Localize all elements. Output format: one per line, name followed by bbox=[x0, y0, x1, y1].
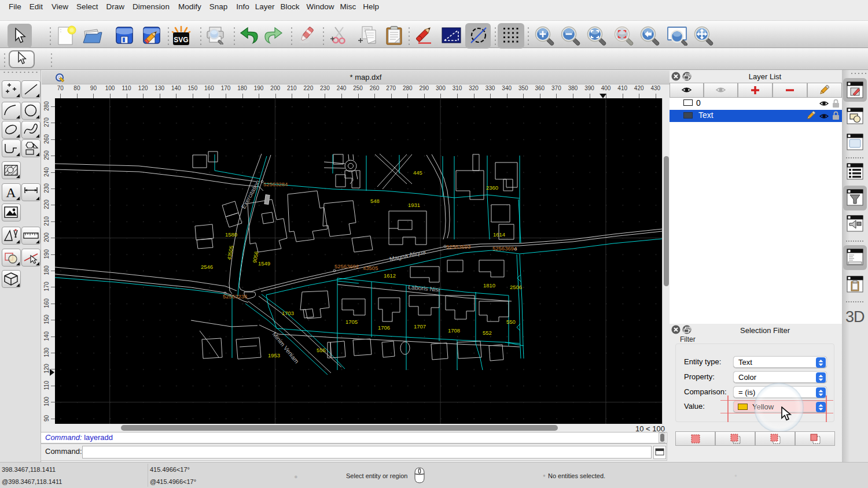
svg-text:1612: 1612 bbox=[384, 272, 396, 279]
svg-text:52563284: 52563284 bbox=[263, 181, 288, 187]
svg-text:43505: 43505 bbox=[363, 265, 378, 271]
svg-text:SVG: SVG bbox=[174, 36, 188, 44]
svg-text:1705: 1705 bbox=[345, 319, 358, 325]
svg-text:1614: 1614 bbox=[493, 231, 505, 238]
svg-text:52563692: 52563692 bbox=[334, 263, 359, 269]
svg-text:550: 550 bbox=[506, 319, 516, 325]
svg-text:52563693: 52563693 bbox=[446, 243, 470, 250]
svg-text:548: 548 bbox=[370, 198, 380, 204]
svg-text:1706: 1706 bbox=[378, 324, 390, 331]
svg-text:1549: 1549 bbox=[258, 260, 270, 267]
svg-text:2506: 2506 bbox=[510, 284, 522, 290]
svg-text:1703: 1703 bbox=[282, 310, 294, 316]
svg-text:1810: 1810 bbox=[483, 282, 495, 289]
svg-text:52563236: 52563236 bbox=[223, 293, 247, 300]
svg-text:1708: 1708 bbox=[448, 327, 460, 334]
svg-text:1707: 1707 bbox=[414, 323, 426, 330]
svg-text:52563694: 52563694 bbox=[492, 245, 517, 252]
svg-text:2546: 2546 bbox=[201, 264, 213, 270]
svg-text:1931: 1931 bbox=[408, 202, 420, 208]
svg-text:1580: 1580 bbox=[225, 231, 237, 238]
svg-text:1953: 1953 bbox=[268, 352, 280, 358]
svg-text:A: A bbox=[6, 185, 16, 200]
svg-text:2360: 2360 bbox=[486, 184, 498, 191]
svg-text:552: 552 bbox=[483, 330, 492, 336]
svg-text:445: 445 bbox=[413, 169, 422, 176]
svg-text:555: 555 bbox=[317, 347, 326, 353]
